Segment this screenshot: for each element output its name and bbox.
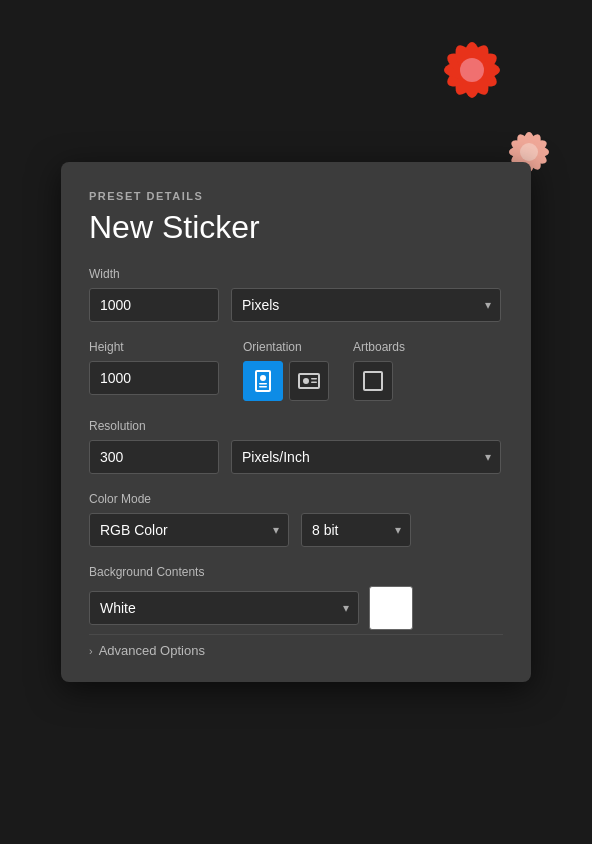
bg-contents-row: White Black Background Color Transparent… [89,586,503,630]
height-field-group: Height [89,340,219,395]
background-color-swatch[interactable] [369,586,413,630]
bg-contents-select[interactable]: White Black Background Color Transparent [89,591,359,625]
orientation-group: Orientation [243,340,329,401]
svg-point-3 [444,60,500,80]
svg-rect-22 [364,372,382,390]
svg-rect-16 [259,383,267,385]
width-field-group [89,288,219,322]
svg-point-1 [449,41,494,99]
svg-point-0 [462,42,482,98]
advanced-options-chevron-icon: › [89,645,93,657]
resolution-field-group [89,440,219,474]
advanced-options-toggle[interactable]: › Advanced Options [89,634,503,658]
svg-point-4 [443,47,501,92]
svg-rect-17 [259,386,267,388]
advanced-options-label: Advanced Options [99,643,205,658]
preset-details-panel: PRESET DETAILS New Sticker Width Pixels … [61,162,531,682]
svg-point-10 [509,145,549,159]
bg-contents-selector[interactable]: White Black Background Color Transparent… [89,591,359,625]
landscape-icon [298,372,320,390]
preset-section-label: PRESET DETAILS [89,190,503,202]
svg-point-6 [460,58,484,82]
height-label: Height [89,340,219,354]
resolution-label: Resolution [89,419,503,433]
artboards-group: Artboards [353,340,405,401]
orientation-label: Orientation [243,340,329,354]
resolution-unit-selector[interactable]: Pixels/Inch Pixels/Centimeter ▾ [231,440,501,474]
resolution-input[interactable] [89,440,219,474]
color-mode-selector[interactable]: RGB Color CMYK Color Grayscale ▾ [89,513,289,547]
bit-depth-selector[interactable]: 8 bit 16 bit 32 bit ▾ [301,513,411,547]
artboards-icon [363,371,383,391]
svg-point-15 [260,375,266,381]
bg-contents-label: Background Contents [89,565,503,579]
resolution-unit-select[interactable]: Pixels/Inch Pixels/Centimeter [231,440,501,474]
width-unit-selector[interactable]: Pixels Inches Centimeters Millimeters ▾ [231,288,501,322]
color-mode-select[interactable]: RGB Color CMYK Color Grayscale [89,513,289,547]
page-title: New Sticker [89,210,503,245]
width-input[interactable] [89,288,219,322]
artboards-button[interactable] [353,361,393,401]
width-label: Width [89,267,503,281]
landscape-orientation-button[interactable] [289,361,329,401]
svg-point-13 [520,143,538,161]
width-unit-select[interactable]: Pixels Inches Centimeters Millimeters [231,288,501,322]
svg-rect-20 [311,378,317,380]
portrait-icon [254,370,272,392]
height-input[interactable] [89,361,219,395]
bit-depth-select[interactable]: 8 bit 16 bit 32 bit [301,513,411,547]
color-mode-label: Color Mode [89,492,503,506]
red-flower-decoration [412,10,532,130]
svg-point-5 [449,41,494,99]
artboards-label: Artboards [353,340,405,354]
svg-rect-21 [311,382,317,384]
svg-point-2 [443,47,501,92]
portrait-orientation-button[interactable] [243,361,283,401]
svg-point-19 [303,378,309,384]
